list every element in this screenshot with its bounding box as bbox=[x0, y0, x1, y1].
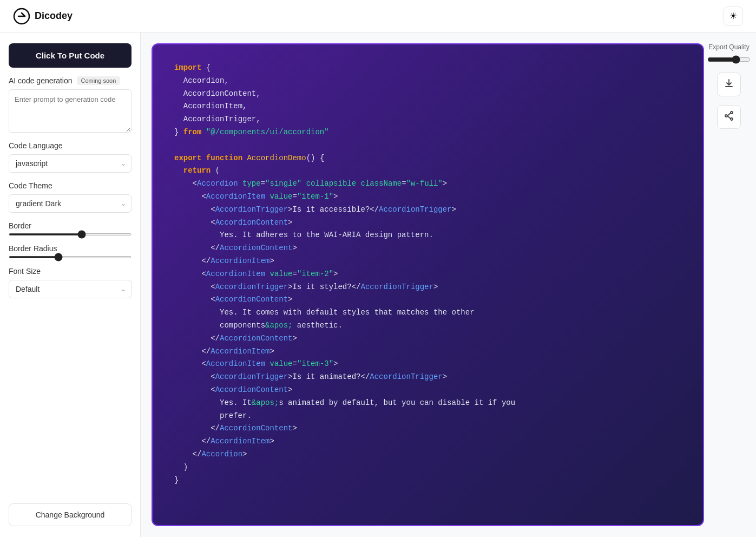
header: Dicodey ☀ bbox=[0, 0, 756, 32]
code-line: AccordionContent, bbox=[174, 88, 681, 101]
code-theme-select-wrapper: gradient Dark dark light monokai ⌄ bbox=[9, 194, 132, 213]
code-language-label: Code Language bbox=[9, 141, 132, 150]
svg-line-6 bbox=[727, 113, 731, 116]
export-quality-slider[interactable] bbox=[707, 55, 751, 64]
border-label: Border bbox=[9, 221, 132, 230]
code-line: export function AccordionDemo() { bbox=[174, 152, 681, 165]
code-panel: import { Accordion, AccordionContent, Ac… bbox=[152, 43, 704, 526]
code-line: } from "@/components/ui/accordion" bbox=[174, 126, 681, 139]
sun-icon: ☀ bbox=[729, 11, 737, 21]
theme-toggle-button[interactable]: ☀ bbox=[724, 6, 743, 26]
download-button[interactable] bbox=[717, 73, 741, 96]
code-line: Yes. It comes with default styles that m… bbox=[174, 306, 681, 319]
border-radius-slider[interactable] bbox=[9, 256, 132, 258]
font-size-select[interactable]: Default Small Medium Large bbox=[9, 280, 132, 298]
code-line: AccordionTrigger, bbox=[174, 113, 681, 126]
font-size-select-wrapper: Default Small Medium Large ⌄ bbox=[9, 280, 132, 298]
ai-code-section: AI code generation Coming soon bbox=[9, 76, 132, 133]
code-theme-group: Code Theme gradient Dark dark light mono… bbox=[9, 181, 132, 213]
code-line: <AccordionContent> bbox=[174, 217, 681, 230]
code-line: </AccordionContent> bbox=[174, 332, 681, 345]
code-line: ) bbox=[174, 461, 681, 474]
main-layout: Click To Put Code AI code generation Com… bbox=[0, 32, 756, 537]
code-line: </Accordion> bbox=[174, 448, 681, 461]
code-line: import { bbox=[174, 62, 681, 75]
content-area: import { Accordion, AccordionContent, Ac… bbox=[141, 32, 756, 537]
border-radius-label: Border Radius bbox=[9, 244, 132, 253]
code-line: <AccordionItem value="item-3"> bbox=[174, 358, 681, 371]
code-language-select-wrapper: javascript typescript python css html ⌄ bbox=[9, 154, 132, 173]
code-line: Yes. It&apos;s animated by default, but … bbox=[174, 397, 681, 410]
code-line: <AccordionTrigger>Is it styled?</Accordi… bbox=[174, 281, 681, 294]
code-language-select[interactable]: javascript typescript python css html bbox=[9, 154, 132, 173]
change-background-button[interactable]: Change Background bbox=[9, 503, 132, 526]
export-quality-label: Export Quality bbox=[708, 43, 749, 51]
right-panel: Export Quality bbox=[713, 43, 745, 526]
code-line: <AccordionContent> bbox=[174, 384, 681, 397]
code-line: Accordion, bbox=[174, 75, 681, 88]
click-to-put-code-button[interactable]: Click To Put Code bbox=[9, 43, 132, 68]
code-line: <AccordionItem value="item-2"> bbox=[174, 268, 681, 281]
font-size-label: Font Size bbox=[9, 267, 132, 276]
ai-label-row: AI code generation Coming soon bbox=[9, 76, 132, 85]
code-language-group: Code Language javascript typescript pyth… bbox=[9, 141, 132, 173]
share-icon bbox=[724, 110, 734, 124]
code-line: <AccordionContent> bbox=[174, 293, 681, 306]
code-theme-label: Code Theme bbox=[9, 181, 132, 190]
ai-prompt-textarea[interactable] bbox=[9, 89, 132, 133]
font-size-group: Font Size Default Small Medium Large ⌄ bbox=[9, 267, 132, 298]
ai-code-generation-label: AI code generation bbox=[9, 76, 73, 85]
code-line: </AccordionContent> bbox=[174, 422, 681, 435]
code-line: </AccordionContent> bbox=[174, 242, 681, 255]
code-line: <AccordionTrigger>Is it animated?</Accor… bbox=[174, 371, 681, 384]
share-button[interactable] bbox=[717, 105, 741, 129]
code-line: <Accordion type="single" collapsible cla… bbox=[174, 178, 681, 191]
logo-icon bbox=[13, 8, 30, 25]
download-icon bbox=[724, 78, 734, 91]
code-line: AccordionItem, bbox=[174, 100, 681, 113]
code-line: </AccordionItem> bbox=[174, 435, 681, 448]
code-theme-select[interactable]: gradient Dark dark light monokai bbox=[9, 194, 132, 213]
code-line: <AccordionItem value="item-1"> bbox=[174, 191, 681, 204]
code-line: return ( bbox=[174, 165, 681, 178]
code-line: Yes. It adheres to the WAI-ARIA design p… bbox=[174, 229, 681, 242]
code-line: components&apos; aesthetic. bbox=[174, 319, 681, 332]
border-slider-group: Border bbox=[9, 221, 132, 235]
code-line: </AccordionItem> bbox=[174, 255, 681, 268]
export-quality-section: Export Quality bbox=[707, 43, 751, 64]
logo-text: Dicodey bbox=[35, 10, 73, 22]
sidebar: Click To Put Code AI code generation Com… bbox=[0, 32, 141, 537]
code-line: } bbox=[174, 474, 681, 487]
code-line: <AccordionTrigger>Is it accessible?</Acc… bbox=[174, 204, 681, 217]
border-slider[interactable] bbox=[9, 233, 132, 235]
coming-soon-badge: Coming soon bbox=[77, 76, 121, 85]
code-line bbox=[174, 139, 681, 152]
logo: Dicodey bbox=[13, 8, 73, 25]
code-line: </AccordionItem> bbox=[174, 345, 681, 358]
code-line: prefer. bbox=[174, 410, 681, 423]
border-radius-slider-group: Border Radius bbox=[9, 244, 132, 258]
svg-line-7 bbox=[727, 116, 731, 119]
